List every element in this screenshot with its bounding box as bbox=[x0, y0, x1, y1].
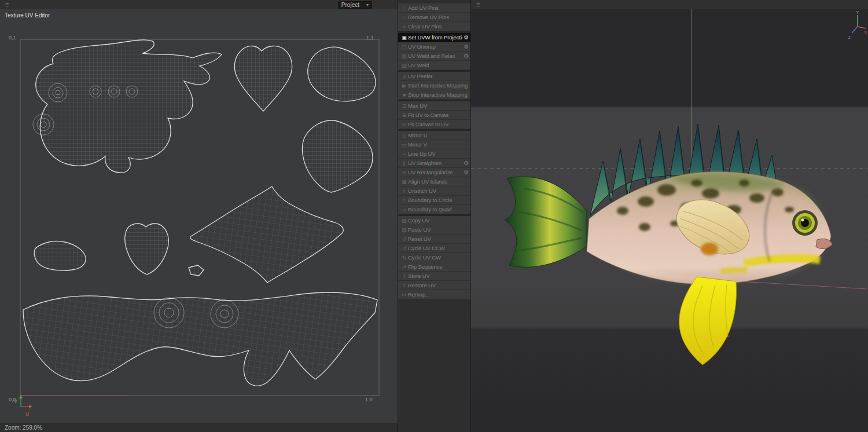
command-icon: ▨ bbox=[400, 227, 408, 233]
command-label: UV Weld bbox=[408, 62, 469, 68]
uv-island bbox=[125, 224, 169, 274]
uv-canvas[interactable]: Texture UV Editor 0,1 1,1 0,0 1,0 U V bbox=[0, 9, 398, 423]
command-label: Copy UV bbox=[408, 217, 469, 224]
gizmo-z-label: Z bbox=[848, 35, 851, 39]
command-label: Stop Interactive Mapping bbox=[408, 91, 469, 98]
uv-command-unstitch-uv[interactable]: ≠ Unstitch UV ⚙ bbox=[398, 186, 470, 196]
viewport-3d[interactable]: Y X Z bbox=[471, 9, 868, 432]
uv-command-clear-uv-pins[interactable]: × Clear UV Pins ⚙ bbox=[398, 22, 470, 31]
uv-editor-menubar: ≡ Project ▾ bbox=[0, 0, 398, 9]
zoom-status: Zoom: 259.0% bbox=[5, 424, 42, 431]
uv-islands-layer[interactable] bbox=[0, 9, 398, 423]
perspective-viewport-panel: ≡ bbox=[471, 0, 868, 432]
uv-command-fit-canvas-to-uv[interactable]: ⊟ Fit Canvas to UV ⚙ bbox=[398, 120, 470, 129]
uv-command-cycle-uv-cw[interactable]: ↻ Cycle UV CW ⚙ bbox=[398, 253, 470, 262]
uv-command-line-up-uv[interactable]: ≡ Line Up UV ⚙ bbox=[398, 149, 470, 159]
command-icon: ∥ bbox=[400, 160, 408, 166]
uv-command-uv-weld[interactable]: ▥ UV Weld ⚙ bbox=[398, 61, 470, 70]
application-window: ≡ Project ▾ Texture UV Editor 0,1 1,1 0,… bbox=[0, 0, 868, 432]
hamburger-icon[interactable]: ≡ bbox=[473, 1, 483, 8]
uv-command-mirror-u[interactable]: ▯ Mirror U ⚙ bbox=[398, 131, 470, 140]
uv-islands[interactable] bbox=[23, 40, 377, 386]
uv-command-paste-uv[interactable]: ▨ Paste UV ⚙ bbox=[398, 225, 470, 235]
uv-island bbox=[302, 120, 373, 192]
uv-command-boundary-to-quad[interactable]: ▱ Boundary to Quad ⚙ bbox=[398, 205, 470, 214]
command-label: Max UV bbox=[408, 102, 469, 109]
command-icon: ↓ bbox=[400, 14, 408, 20]
uv-corner-label-10: 1,0 bbox=[365, 397, 373, 402]
uv-command-max-uv[interactable]: ⊡ Max UV ⚙ bbox=[398, 101, 470, 111]
gear-icon[interactable]: ⚙ bbox=[462, 160, 469, 166]
command-icon: ↦ bbox=[400, 292, 408, 298]
uv-island bbox=[23, 292, 377, 386]
command-label: Mirror U bbox=[408, 132, 469, 138]
command-icon: ↺ bbox=[400, 246, 408, 251]
command-icon: ■ bbox=[400, 92, 408, 98]
uv-command-remap[interactable]: ↦ Remap... ⚙ bbox=[398, 290, 470, 299]
uv-command-store-uv[interactable]: ↧ Store UV ⚙ bbox=[398, 272, 470, 281]
uv-command-uv-rectangularize[interactable]: ⊞ UV Rectangularize ⚙ bbox=[398, 168, 470, 177]
command-label: Remap... bbox=[408, 291, 469, 298]
command-label: Boundary to Circle bbox=[408, 197, 469, 203]
uv-command-align-uv-islands[interactable]: ▦ Align UV Islands ⚙ bbox=[398, 177, 470, 186]
uv-command-set-uvw-from-projection[interactable]: ▣ Set UVW from Projection ⚙ bbox=[398, 33, 470, 42]
uv-command-fit-uv-to-canvas[interactable]: ⊞ Fit UV to Canvas ⚙ bbox=[398, 111, 470, 120]
uv-island bbox=[189, 265, 204, 276]
uv-command-reset-uv[interactable]: ↺ Reset UV ⚙ bbox=[398, 235, 470, 244]
command-icon: ▣ bbox=[400, 35, 408, 41]
uv-command-flip-sequence[interactable]: ⇄ Flip Sequence ⚙ bbox=[398, 262, 470, 272]
command-icon: ⊞ bbox=[400, 112, 408, 118]
command-icon: ▱ bbox=[400, 207, 408, 213]
fish-model[interactable] bbox=[505, 124, 832, 365]
command-icon: ⇄ bbox=[400, 264, 408, 270]
uv-island bbox=[308, 47, 376, 101]
command-label: Clear UV Pins bbox=[408, 23, 469, 30]
command-icon: ⊞ bbox=[400, 170, 408, 175]
uv-command-uv-weld-and-relax[interactable]: ▤ UV Weld and Relax ⚙ bbox=[398, 52, 470, 61]
command-icon: ≡ bbox=[400, 151, 408, 157]
command-icon: ≡ bbox=[400, 74, 408, 79]
uv-command-start-interactive-mapping[interactable]: ▶ Start Interactive Mapping ⚙ bbox=[398, 81, 470, 90]
gear-icon[interactable]: ⚙ bbox=[462, 169, 469, 175]
uv-corner-label-01: 0,1 bbox=[9, 35, 16, 41]
hamburger-icon[interactable]: ≡ bbox=[2, 1, 12, 8]
uv-command-uv-peeler[interactable]: ≡ UV Peeler ⚙ bbox=[398, 72, 470, 81]
uv-command-mirror-v[interactable]: ▭ Mirror V ⚙ bbox=[398, 140, 470, 149]
gear-icon[interactable]: ⚙ bbox=[462, 53, 469, 59]
command-label: UV Weld and Relax bbox=[408, 53, 462, 59]
command-icon: ▦ bbox=[400, 179, 408, 185]
uv-command-uv-straighten[interactable]: ∥ UV Straighten ⚙ bbox=[398, 159, 470, 168]
uv-island bbox=[34, 241, 86, 270]
uv-command-stop-interactive-mapping[interactable]: ■ Stop Interactive Mapping ⚙ bbox=[398, 90, 470, 100]
command-icon: ⊡ bbox=[400, 103, 408, 109]
uv-command-boundary-to-circle[interactable]: ○ Boundary to Circle ⚙ bbox=[398, 196, 470, 205]
uv-command-copy-uv[interactable]: ▧ Copy UV ⚙ bbox=[398, 216, 470, 225]
gear-icon[interactable]: ⚙ bbox=[462, 34, 469, 41]
tail-fin bbox=[505, 177, 587, 267]
uv-command-cycle-uv-ccw[interactable]: ↺ Cycle UV CCW ⚙ bbox=[398, 244, 470, 253]
uv-command-remove-uv-pins[interactable]: ↓ Remove UV Pins ⚙ bbox=[398, 13, 470, 22]
command-label: Fit UV to Canvas bbox=[408, 112, 469, 118]
v-axis-label: V bbox=[14, 398, 17, 404]
uv-command-restore-uv[interactable]: ↥ Restore UV ⚙ bbox=[398, 281, 470, 290]
command-label: Paste UV bbox=[408, 226, 469, 233]
uv-command-add-uv-pins[interactable]: ↑ Add UV Pins ⚙ bbox=[398, 3, 470, 13]
command-icon: ▯ bbox=[400, 133, 408, 138]
command-label: Store UV bbox=[408, 273, 469, 279]
uv-island bbox=[36, 40, 222, 173]
uv-command-uv-unwrap[interactable]: ▢ UV Unwrap ⚙ bbox=[398, 42, 470, 52]
gizmo-x-label: X bbox=[864, 30, 867, 34]
command-icon: ▤ bbox=[400, 53, 408, 59]
command-icon: × bbox=[400, 24, 408, 30]
command-label: Fit Canvas to UV bbox=[408, 121, 469, 127]
uv-origin-axes bbox=[19, 395, 32, 408]
project-select[interactable]: Project ▾ bbox=[338, 1, 372, 9]
command-icon: ▢ bbox=[400, 44, 408, 50]
command-label: Unstitch UV bbox=[408, 188, 469, 194]
gear-icon[interactable]: ⚙ bbox=[462, 43, 469, 50]
command-label: Restore UV bbox=[408, 282, 469, 288]
chevron-down-icon: ▾ bbox=[366, 2, 369, 8]
command-icon: ↧ bbox=[400, 273, 408, 279]
axis-gizmo: Y X Z bbox=[848, 10, 867, 39]
command-icon: ↺ bbox=[400, 236, 408, 242]
